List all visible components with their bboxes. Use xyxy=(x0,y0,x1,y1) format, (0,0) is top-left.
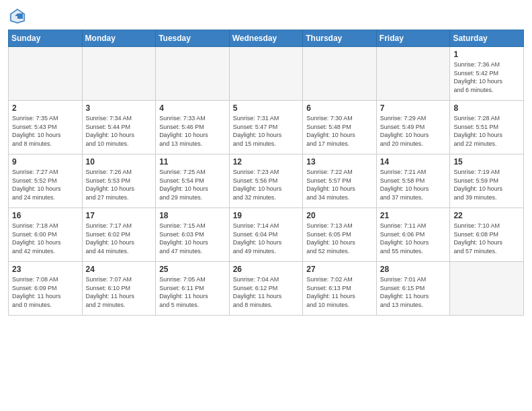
calendar-cell: 15Sunrise: 7:19 AM Sunset: 5:59 PM Dayli… xyxy=(450,154,524,208)
day-info: Sunrise: 7:27 AM Sunset: 5:52 PM Dayligh… xyxy=(12,168,79,201)
day-info: Sunrise: 7:31 AM Sunset: 5:47 PM Dayligh… xyxy=(233,114,300,148)
day-number: 14 xyxy=(380,157,447,167)
calendar-table: SundayMondayTuesdayWednesdayThursdayFrid… xyxy=(8,30,524,316)
calendar-cell: 12Sunrise: 7:23 AM Sunset: 5:56 PM Dayli… xyxy=(229,154,303,208)
day-info: Sunrise: 7:28 AM Sunset: 5:51 PM Dayligh… xyxy=(453,114,520,148)
day-number: 5 xyxy=(233,103,300,113)
calendar-cell: 16Sunrise: 7:18 AM Sunset: 6:00 PM Dayli… xyxy=(9,208,83,262)
day-info: Sunrise: 7:19 AM Sunset: 5:59 PM Dayligh… xyxy=(453,168,520,201)
calendar-cell: 28Sunrise: 7:01 AM Sunset: 6:15 PM Dayli… xyxy=(376,262,450,316)
day-info: Sunrise: 7:08 AM Sunset: 6:09 PM Dayligh… xyxy=(12,275,79,309)
week-row-4: 16Sunrise: 7:18 AM Sunset: 6:00 PM Dayli… xyxy=(9,208,524,262)
day-number: 6 xyxy=(306,103,373,113)
calendar-cell: 7Sunrise: 7:29 AM Sunset: 5:49 PM Daylig… xyxy=(376,101,450,154)
day-info: Sunrise: 7:30 AM Sunset: 5:48 PM Dayligh… xyxy=(306,114,373,148)
day-number: 19 xyxy=(233,211,300,220)
week-row-5: 23Sunrise: 7:08 AM Sunset: 6:09 PM Dayli… xyxy=(9,262,524,316)
day-number: 3 xyxy=(86,103,152,113)
calendar-cell: 18Sunrise: 7:15 AM Sunset: 6:03 PM Dayli… xyxy=(156,208,230,262)
calendar-cell: 17Sunrise: 7:17 AM Sunset: 6:02 PM Dayli… xyxy=(82,208,156,262)
day-info: Sunrise: 7:33 AM Sunset: 5:46 PM Dayligh… xyxy=(159,114,226,148)
day-number: 11 xyxy=(159,157,226,167)
calendar-cell: 6Sunrise: 7:30 AM Sunset: 5:48 PM Daylig… xyxy=(303,101,377,154)
day-info: Sunrise: 7:21 AM Sunset: 5:58 PM Dayligh… xyxy=(380,168,447,201)
weekday-header-sunday: Sunday xyxy=(9,30,83,47)
week-row-2: 2Sunrise: 7:35 AM Sunset: 5:43 PM Daylig… xyxy=(9,101,524,154)
calendar-cell: 27Sunrise: 7:02 AM Sunset: 6:13 PM Dayli… xyxy=(303,262,377,316)
day-number: 21 xyxy=(380,211,447,220)
day-number: 27 xyxy=(306,265,373,274)
day-number: 12 xyxy=(233,157,300,167)
day-info: Sunrise: 7:14 AM Sunset: 6:04 PM Dayligh… xyxy=(233,222,300,255)
calendar-cell: 20Sunrise: 7:13 AM Sunset: 6:05 PM Dayli… xyxy=(303,208,377,262)
day-info: Sunrise: 7:10 AM Sunset: 6:08 PM Dayligh… xyxy=(453,222,520,255)
calendar-cell: 5Sunrise: 7:31 AM Sunset: 5:47 PM Daylig… xyxy=(229,101,303,154)
weekday-header-monday: Monday xyxy=(82,30,156,47)
day-number: 20 xyxy=(306,211,373,220)
day-number: 10 xyxy=(86,157,152,167)
calendar-cell: 23Sunrise: 7:08 AM Sunset: 6:09 PM Dayli… xyxy=(9,262,83,316)
calendar-cell: 1Sunrise: 7:36 AM Sunset: 5:42 PM Daylig… xyxy=(450,47,524,101)
weekday-header-saturday: Saturday xyxy=(450,30,524,47)
calendar-cell: 14Sunrise: 7:21 AM Sunset: 5:58 PM Dayli… xyxy=(376,154,450,208)
day-number: 9 xyxy=(12,157,79,167)
weekday-header-thursday: Thursday xyxy=(303,30,377,47)
day-number: 4 xyxy=(159,103,226,113)
day-info: Sunrise: 7:22 AM Sunset: 5:57 PM Dayligh… xyxy=(306,168,373,201)
calendar-cell xyxy=(376,47,450,101)
calendar-cell: 11Sunrise: 7:25 AM Sunset: 5:54 PM Dayli… xyxy=(156,154,230,208)
calendar-cell: 10Sunrise: 7:26 AM Sunset: 5:53 PM Dayli… xyxy=(82,154,156,208)
calendar-cell: 3Sunrise: 7:34 AM Sunset: 5:44 PM Daylig… xyxy=(82,101,156,154)
day-info: Sunrise: 7:17 AM Sunset: 6:02 PM Dayligh… xyxy=(86,222,152,255)
day-number: 2 xyxy=(12,103,79,113)
day-info: Sunrise: 7:04 AM Sunset: 6:12 PM Dayligh… xyxy=(233,275,300,309)
day-number: 22 xyxy=(453,211,520,220)
week-row-3: 9Sunrise: 7:27 AM Sunset: 5:52 PM Daylig… xyxy=(9,154,524,208)
day-number: 24 xyxy=(86,265,152,274)
day-number: 28 xyxy=(380,265,447,274)
calendar-cell: 24Sunrise: 7:07 AM Sunset: 6:10 PM Dayli… xyxy=(82,262,156,316)
day-number: 25 xyxy=(159,265,226,274)
calendar-cell: 4Sunrise: 7:33 AM Sunset: 5:46 PM Daylig… xyxy=(156,101,230,154)
calendar-cell xyxy=(9,47,83,101)
day-info: Sunrise: 7:29 AM Sunset: 5:49 PM Dayligh… xyxy=(380,114,447,148)
calendar-cell xyxy=(229,47,303,101)
calendar-cell: 13Sunrise: 7:22 AM Sunset: 5:57 PM Dayli… xyxy=(303,154,377,208)
day-number: 15 xyxy=(453,157,520,167)
day-number: 16 xyxy=(12,211,79,220)
calendar-cell: 9Sunrise: 7:27 AM Sunset: 5:52 PM Daylig… xyxy=(9,154,83,208)
day-info: Sunrise: 7:11 AM Sunset: 6:06 PM Dayligh… xyxy=(380,222,447,255)
calendar-cell xyxy=(82,47,156,101)
day-number: 18 xyxy=(159,211,226,220)
calendar-cell: 22Sunrise: 7:10 AM Sunset: 6:08 PM Dayli… xyxy=(450,208,524,262)
day-info: Sunrise: 7:36 AM Sunset: 5:42 PM Dayligh… xyxy=(453,60,520,94)
calendar-cell xyxy=(303,47,377,101)
weekday-header-row: SundayMondayTuesdayWednesdayThursdayFrid… xyxy=(9,30,524,47)
calendar-cell: 26Sunrise: 7:04 AM Sunset: 6:12 PM Dayli… xyxy=(229,262,303,316)
day-info: Sunrise: 7:25 AM Sunset: 5:54 PM Dayligh… xyxy=(159,168,226,201)
day-number: 7 xyxy=(380,103,447,113)
logo-icon xyxy=(8,7,27,26)
day-number: 8 xyxy=(453,103,520,113)
calendar-cell xyxy=(156,47,230,101)
day-number: 26 xyxy=(233,265,300,274)
calendar-cell: 25Sunrise: 7:05 AM Sunset: 6:11 PM Dayli… xyxy=(156,262,230,316)
day-info: Sunrise: 7:18 AM Sunset: 6:00 PM Dayligh… xyxy=(12,222,79,255)
logo xyxy=(8,7,30,26)
page-container: SundayMondayTuesdayWednesdayThursdayFrid… xyxy=(0,0,532,321)
calendar-cell: 21Sunrise: 7:11 AM Sunset: 6:06 PM Dayli… xyxy=(376,208,450,262)
day-info: Sunrise: 7:05 AM Sunset: 6:11 PM Dayligh… xyxy=(159,275,226,309)
day-info: Sunrise: 7:13 AM Sunset: 6:05 PM Dayligh… xyxy=(306,222,373,255)
day-info: Sunrise: 7:02 AM Sunset: 6:13 PM Dayligh… xyxy=(306,275,373,309)
day-number: 13 xyxy=(306,157,373,167)
calendar-cell xyxy=(450,262,524,316)
day-number: 1 xyxy=(453,50,520,59)
day-number: 23 xyxy=(12,265,79,274)
calendar-cell: 2Sunrise: 7:35 AM Sunset: 5:43 PM Daylig… xyxy=(9,101,83,154)
weekday-header-friday: Friday xyxy=(376,30,450,47)
calendar-cell: 19Sunrise: 7:14 AM Sunset: 6:04 PM Dayli… xyxy=(229,208,303,262)
day-info: Sunrise: 7:15 AM Sunset: 6:03 PM Dayligh… xyxy=(159,222,226,255)
day-info: Sunrise: 7:34 AM Sunset: 5:44 PM Dayligh… xyxy=(86,114,152,148)
day-info: Sunrise: 7:23 AM Sunset: 5:56 PM Dayligh… xyxy=(233,168,300,201)
day-info: Sunrise: 7:35 AM Sunset: 5:43 PM Dayligh… xyxy=(12,114,79,148)
